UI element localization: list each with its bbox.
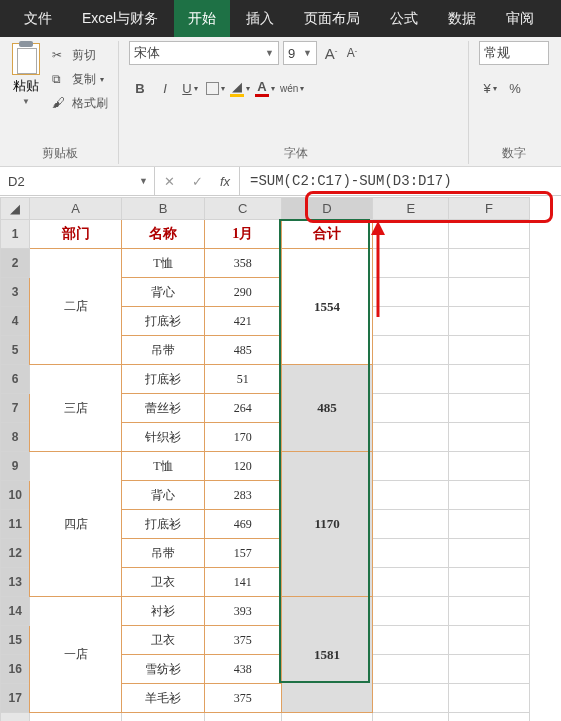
- cell-C13[interactable]: 141: [204, 568, 281, 597]
- row-header-5[interactable]: 5: [1, 336, 30, 365]
- row-header-8[interactable]: 8: [1, 423, 30, 452]
- formula-input[interactable]: =SUM(C2:C17)-SUM(D3:D17): [240, 167, 561, 195]
- cell-D2[interactable]: 1554: [281, 249, 373, 365]
- cell-B6[interactable]: 打底衫: [122, 365, 205, 394]
- cell-E5[interactable]: [373, 336, 449, 365]
- cell-C6[interactable]: 51: [204, 365, 281, 394]
- format-painter-button[interactable]: 格式刷: [48, 93, 112, 114]
- bold-button[interactable]: B: [129, 77, 151, 99]
- cell-E10[interactable]: [373, 481, 449, 510]
- cell-C18[interactable]: [204, 713, 281, 722]
- cell-D14[interactable]: 1581: [281, 597, 373, 713]
- cell-F18[interactable]: [449, 713, 530, 722]
- row-header-13[interactable]: 13: [1, 568, 30, 597]
- cell-F15[interactable]: [449, 626, 530, 655]
- cell-E17[interactable]: [373, 684, 449, 713]
- cell-A2[interactable]: 二店: [30, 249, 122, 365]
- cell-F6[interactable]: [449, 365, 530, 394]
- cell-B18[interactable]: [122, 713, 205, 722]
- cell-B14[interactable]: 衬衫: [122, 597, 205, 626]
- cell-F8[interactable]: [449, 423, 530, 452]
- decrease-font-button[interactable]: Aˇ: [342, 41, 362, 65]
- cell-C16[interactable]: 438: [204, 655, 281, 684]
- cell-E14[interactable]: [373, 597, 449, 626]
- cell-B8[interactable]: 针织衫: [122, 423, 205, 452]
- cell-D9[interactable]: 1170: [281, 452, 373, 597]
- cut-button[interactable]: 剪切: [48, 45, 112, 66]
- tab-file[interactable]: 文件: [10, 0, 66, 37]
- font-color-button[interactable]: A▾: [254, 77, 276, 99]
- cell-E3[interactable]: [373, 278, 449, 307]
- cell-C5[interactable]: 485: [204, 336, 281, 365]
- enter-formula-button[interactable]: ✓: [183, 167, 211, 195]
- col-header-C[interactable]: C: [204, 198, 281, 220]
- font-size-combo[interactable]: 9 ▼: [283, 41, 317, 65]
- cell-F9[interactable]: [449, 452, 530, 481]
- cell-F2[interactable]: [449, 249, 530, 278]
- cell-C12[interactable]: 157: [204, 539, 281, 568]
- copy-button[interactable]: 复制 ▾: [48, 69, 112, 90]
- cell-C9[interactable]: 120: [204, 452, 281, 481]
- cell-C10[interactable]: 283: [204, 481, 281, 510]
- row-header-1[interactable]: 1: [1, 220, 30, 249]
- tab-page-layout[interactable]: 页面布局: [290, 0, 374, 37]
- cell-E13[interactable]: [373, 568, 449, 597]
- cell-A14[interactable]: 一店: [30, 597, 122, 713]
- cell-A9[interactable]: 四店: [30, 452, 122, 597]
- cell-C7[interactable]: 264: [204, 394, 281, 423]
- tab-formulas[interactable]: 公式: [376, 0, 432, 37]
- cell-B9[interactable]: T恤: [122, 452, 205, 481]
- row-header-10[interactable]: 10: [1, 481, 30, 510]
- italic-button[interactable]: I: [154, 77, 176, 99]
- cell-E9[interactable]: [373, 452, 449, 481]
- row-header-18[interactable]: 18: [1, 713, 30, 722]
- tab-review[interactable]: 审阅: [492, 0, 548, 37]
- cell-B1[interactable]: 名称: [122, 220, 205, 249]
- cell-D18[interactable]: [281, 713, 373, 722]
- cell-F5[interactable]: [449, 336, 530, 365]
- cell-C15[interactable]: 375: [204, 626, 281, 655]
- increase-font-button[interactable]: Aˆ: [321, 41, 341, 65]
- cell-B3[interactable]: 背心: [122, 278, 205, 307]
- name-box[interactable]: D2 ▼: [0, 167, 155, 195]
- cell-F7[interactable]: [449, 394, 530, 423]
- cancel-formula-button[interactable]: ✕: [155, 167, 183, 195]
- row-header-4[interactable]: 4: [1, 307, 30, 336]
- cell-E8[interactable]: [373, 423, 449, 452]
- cell-A1[interactable]: 部门: [30, 220, 122, 249]
- tab-data[interactable]: 数据: [434, 0, 490, 37]
- row-header-14[interactable]: 14: [1, 597, 30, 626]
- cell-E11[interactable]: [373, 510, 449, 539]
- col-header-D[interactable]: D: [281, 198, 373, 220]
- fx-button[interactable]: fx: [211, 167, 239, 195]
- row-header-17[interactable]: 17: [1, 684, 30, 713]
- cell-B15[interactable]: 卫衣: [122, 626, 205, 655]
- cell-C2[interactable]: 358: [204, 249, 281, 278]
- cell-F3[interactable]: [449, 278, 530, 307]
- cell-E4[interactable]: [373, 307, 449, 336]
- borders-button[interactable]: ▾: [204, 77, 226, 99]
- row-header-6[interactable]: 6: [1, 365, 30, 394]
- cell-B10[interactable]: 背心: [122, 481, 205, 510]
- tab-home[interactable]: 开始: [174, 0, 230, 37]
- cell-B5[interactable]: 吊带: [122, 336, 205, 365]
- cell-F16[interactable]: [449, 655, 530, 684]
- font-name-combo[interactable]: 宋体 ▼: [129, 41, 279, 65]
- cell-F14[interactable]: [449, 597, 530, 626]
- cell-C3[interactable]: 290: [204, 278, 281, 307]
- cell-B4[interactable]: 打底衫: [122, 307, 205, 336]
- phonetic-button[interactable]: wén▾: [279, 77, 305, 99]
- cell-F13[interactable]: [449, 568, 530, 597]
- cell-E2[interactable]: [373, 249, 449, 278]
- cell-C11[interactable]: 469: [204, 510, 281, 539]
- cell-E15[interactable]: [373, 626, 449, 655]
- row-header-15[interactable]: 15: [1, 626, 30, 655]
- cell-C17[interactable]: 375: [204, 684, 281, 713]
- cell-C4[interactable]: 421: [204, 307, 281, 336]
- worksheet-grid[interactable]: ◢ABCDEF1部门名称1月合计2二店T恤35815543背心2904打底衫42…: [0, 197, 561, 721]
- cell-B11[interactable]: 打底衫: [122, 510, 205, 539]
- row-header-11[interactable]: 11: [1, 510, 30, 539]
- cell-C8[interactable]: 170: [204, 423, 281, 452]
- cell-F1[interactable]: [449, 220, 530, 249]
- cell-A6[interactable]: 三店: [30, 365, 122, 452]
